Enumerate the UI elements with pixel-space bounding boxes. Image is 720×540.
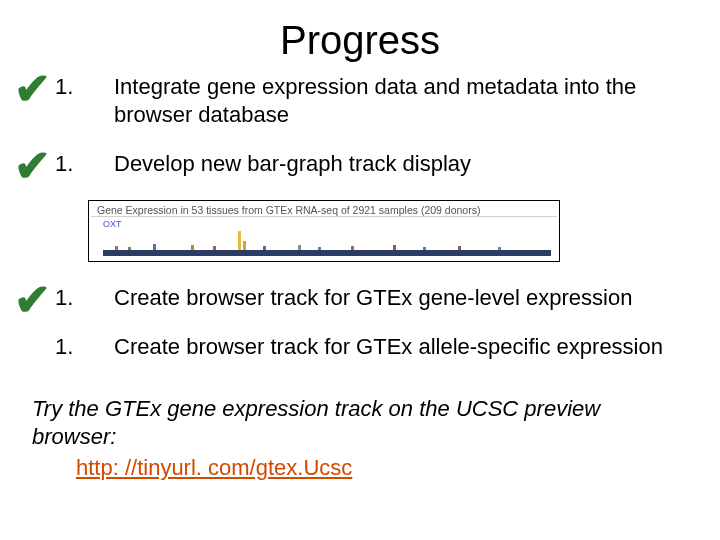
list-item: ✔ 1. Develop new bar-graph track display xyxy=(0,150,720,178)
item-number: 1. xyxy=(55,333,73,361)
item-text: Develop new bar-graph track display xyxy=(82,150,690,178)
item-number: 1. xyxy=(55,150,73,178)
item-number: 1. xyxy=(55,73,73,101)
checkmark-icon: ✔ xyxy=(14,278,51,322)
checkmark-icon: ✔ xyxy=(14,67,51,111)
figure-gene-label: OXT xyxy=(89,217,559,229)
note-link[interactable]: http: //tinyurl. com/gtex.Ucsc xyxy=(32,454,690,483)
checkmark-icon: ✔ xyxy=(14,144,51,188)
item-text: Integrate gene expression data and metad… xyxy=(82,73,690,128)
items-list: ✔ 1. Integrate gene expression data and … xyxy=(0,73,720,361)
footer-note: Try the GTEx gene expression track on th… xyxy=(0,395,720,483)
list-item: ✔ 1. Integrate gene expression data and … xyxy=(0,73,720,128)
item-number: 1. xyxy=(55,284,73,312)
page-title: Progress xyxy=(0,18,720,63)
bar-graph xyxy=(103,229,551,259)
item-text: Create browser track for GTEx allele-spe… xyxy=(82,333,690,361)
figure-title: Gene Expression in 53 tissues from GTEx … xyxy=(91,201,557,217)
slide: Progress ✔ 1. Integrate gene expression … xyxy=(0,18,720,540)
list-item: 1. Create browser track for GTEx allele-… xyxy=(0,333,720,361)
baseline-blocks xyxy=(103,250,551,256)
item-text: Create browser track for GTEx gene-level… xyxy=(82,284,690,312)
list-item: ✔ 1. Create browser track for GTEx gene-… xyxy=(0,284,720,312)
note-text: Try the GTEx gene expression track on th… xyxy=(32,396,600,450)
track-figure: Gene Expression in 53 tissues from GTEx … xyxy=(88,200,560,262)
